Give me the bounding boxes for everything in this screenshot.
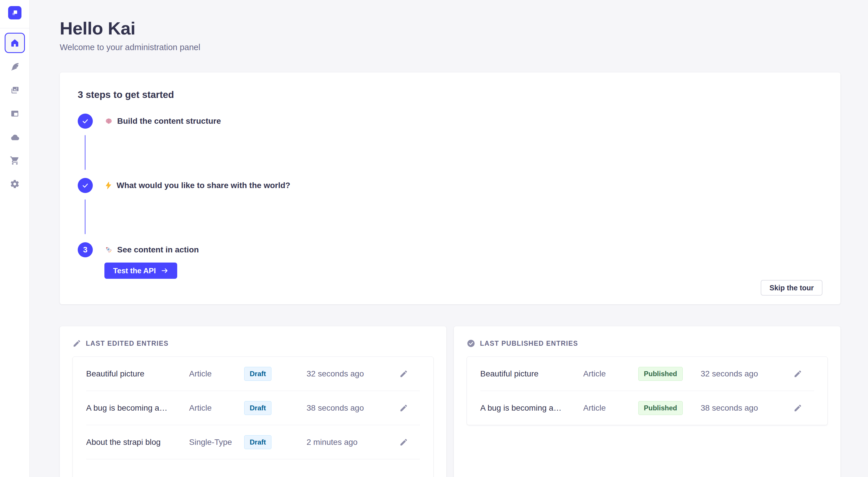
tour-step-2: What would you like to share with the wo… <box>78 178 823 193</box>
tour-step-1: Build the content structure <box>78 113 823 129</box>
cta-row: Test the API <box>104 263 823 279</box>
edit-entry-button[interactable] <box>792 368 804 380</box>
page-title: Hello Kai <box>60 18 840 38</box>
cart-icon <box>10 156 20 166</box>
step-connector-2 <box>85 199 86 234</box>
sidebar-item-content-manager[interactable] <box>8 62 21 72</box>
edit-entry-button[interactable] <box>398 368 409 380</box>
edit-entry-button[interactable] <box>398 402 409 414</box>
sidebar-nav <box>0 28 29 189</box>
sidebar-item-settings[interactable] <box>8 179 21 189</box>
pencil-icon <box>399 404 408 412</box>
edit-entry-button[interactable] <box>398 436 409 448</box>
sidebar <box>0 0 30 477</box>
last-edited-table: Beautiful picture Article Draft 32 secon… <box>72 356 434 477</box>
table-row: Beautiful picture Article Draft 32 secon… <box>73 357 433 390</box>
rocket-icon <box>104 245 113 254</box>
step-2-label-text: What would you like to share with the wo… <box>117 181 290 190</box>
step-3-number-bullet: 3 <box>78 242 93 257</box>
last-published-table: Beautiful picture Article Published 32 s… <box>467 356 828 425</box>
entry-time: 32 seconds ago <box>701 369 792 378</box>
pencil-icon <box>399 370 408 378</box>
last-edited-header: LAST EDITED ENTRIES <box>72 339 434 348</box>
gear-icon <box>10 179 20 189</box>
entry-title: Beautiful picture <box>480 369 583 378</box>
home-icon <box>10 38 20 48</box>
entry-type: Article <box>189 369 244 378</box>
step-1-done-bullet <box>78 113 93 129</box>
zap-icon <box>104 181 113 190</box>
entry-time: 32 seconds ago <box>307 369 398 378</box>
test-the-api-label: Test the API <box>113 266 156 275</box>
page-subtitle: Welcome to your administration panel <box>60 43 840 52</box>
status-badge: Published <box>638 367 683 381</box>
status-badge: Published <box>638 401 683 415</box>
brain-icon <box>104 117 113 126</box>
status-badge: Draft <box>244 401 272 415</box>
sidebar-item-marketplace[interactable] <box>8 156 21 166</box>
strapi-admin-app: Hello Kai Welcome to your administration… <box>0 0 868 477</box>
step-3-label-text: See content in action <box>117 245 199 254</box>
last-published-header: LAST PUBLISHED ENTRIES <box>467 339 828 348</box>
sidebar-item-home[interactable] <box>5 33 25 53</box>
step-3-label[interactable]: See content in action <box>104 245 199 254</box>
pencil-icon <box>794 370 802 378</box>
entry-type: Single-Type <box>189 438 244 447</box>
last-published-entries-panel: LAST PUBLISHED ENTRIES Beautiful picture… <box>454 326 840 477</box>
cloud-icon <box>10 132 20 142</box>
step-1-label-text: Build the content structure <box>117 116 221 126</box>
table-row: A bug is becoming a… Article Published 3… <box>467 391 828 425</box>
status-badge: Draft <box>244 435 272 449</box>
tour-step-3: 3 See content in a <box>78 242 823 257</box>
main-content: Hello Kai Welcome to your administration… <box>30 0 868 477</box>
layout-icon <box>10 109 20 118</box>
last-edited-title: LAST EDITED ENTRIES <box>86 340 168 347</box>
media-library-icon <box>10 85 20 95</box>
sidebar-item-content-type-builder[interactable] <box>8 109 21 118</box>
pencil-icon <box>794 404 802 412</box>
pencil-icon <box>72 339 81 348</box>
entry-time: 38 seconds ago <box>701 403 792 413</box>
pencil-icon <box>399 438 408 447</box>
sidebar-item-deploy[interactable] <box>8 132 21 142</box>
check-circle-icon <box>467 339 475 348</box>
entry-time: 38 seconds ago <box>307 403 398 413</box>
step-2-done-bullet <box>78 178 93 193</box>
entry-time: 2 minutes ago <box>307 438 398 447</box>
table-row: A bug is becoming a… Article Draft 38 se… <box>73 391 433 425</box>
step-1-label[interactable]: Build the content structure <box>104 116 221 126</box>
strapi-logo-icon <box>10 8 19 17</box>
entry-title: Beautiful picture <box>86 369 189 378</box>
entry-title: A bug is becoming a… <box>86 403 189 413</box>
arrow-right-icon <box>161 267 168 274</box>
entry-type: Article <box>189 403 244 413</box>
last-published-title: LAST PUBLISHED ENTRIES <box>480 340 578 347</box>
guided-tour-card: 3 steps to get started <box>60 72 840 304</box>
entry-type: Article <box>583 369 638 378</box>
entry-title: About the strapi blog <box>86 438 189 447</box>
last-edited-entries-panel: LAST EDITED ENTRIES Beautiful picture Ar… <box>60 326 446 477</box>
step-connector-1 <box>85 135 86 170</box>
check-icon <box>82 182 89 189</box>
table-row: About the strapi blog Single-Type Draft … <box>73 425 433 459</box>
table-row: Beautiful picture Article Published 32 s… <box>467 357 828 390</box>
entries-panels: LAST EDITED ENTRIES Beautiful picture Ar… <box>60 326 840 477</box>
status-badge: Draft <box>244 367 272 381</box>
check-icon <box>82 117 89 125</box>
sidebar-item-media-library[interactable] <box>8 85 21 95</box>
skip-row: Skip the tour <box>78 280 823 296</box>
edit-entry-button[interactable] <box>792 402 804 414</box>
entry-title: A bug is becoming a… <box>480 403 583 413</box>
strapi-logo[interactable] <box>8 6 22 20</box>
skip-the-tour-button[interactable]: Skip the tour <box>761 280 823 296</box>
test-the-api-button[interactable]: Test the API <box>104 263 177 279</box>
guided-tour-title: 3 steps to get started <box>78 89 823 100</box>
page-header: Hello Kai Welcome to your administration… <box>60 18 840 52</box>
feather-icon <box>10 62 20 72</box>
step-2-label[interactable]: What would you like to share with the wo… <box>104 181 290 190</box>
entry-type: Article <box>583 403 638 413</box>
